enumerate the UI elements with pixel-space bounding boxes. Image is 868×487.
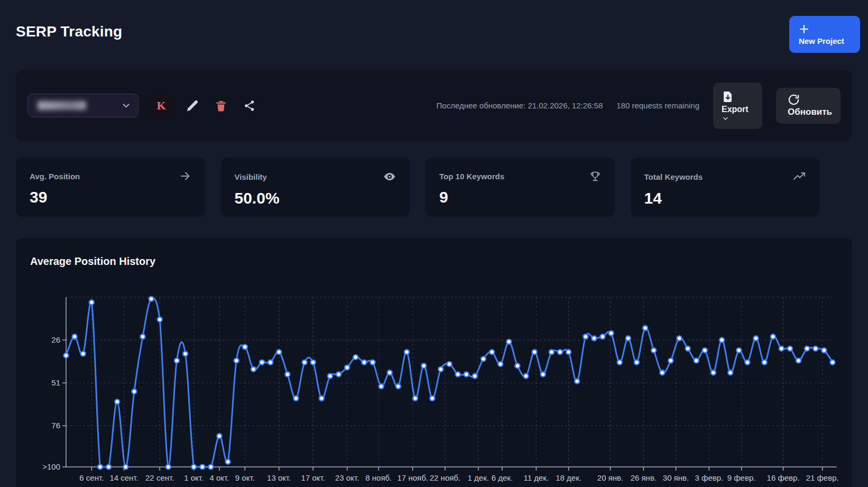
plus-icon	[799, 24, 860, 34]
serp-tracking-page: SERP Tracking New Project K	[0, 0, 868, 487]
chevron-down-icon	[722, 115, 762, 122]
trophy-icon	[589, 170, 601, 182]
stats-row: Avg. Position 39 Visibility 50.0%	[16, 158, 819, 217]
stat-card-visibility: Visibility 50.0%	[221, 158, 410, 217]
project-select[interactable]	[27, 94, 138, 117]
svg-text:13 окт.: 13 окт.	[267, 473, 291, 482]
stat-label: Visibility	[235, 172, 267, 181]
stat-card-total-keywords: Total Keywords 14	[631, 158, 820, 217]
stat-card-avg-position: Avg. Position 39	[16, 158, 205, 217]
svg-text:1 дек.: 1 дек.	[468, 473, 489, 482]
svg-text:8 нояб.: 8 нояб.	[365, 473, 392, 482]
svg-text:20 янв.: 20 янв.	[597, 473, 623, 482]
svg-text:22 сент.: 22 сент.	[145, 473, 174, 482]
svg-text:26: 26	[51, 335, 60, 344]
stat-label: Avg. Position	[30, 172, 80, 181]
stat-label: Top 10 Keywords	[439, 172, 504, 181]
page-title: SERP Tracking	[16, 23, 122, 40]
refresh-icon	[788, 94, 841, 106]
requests-remaining-text: 180 requests remaining	[616, 101, 699, 110]
share-icon	[243, 99, 256, 112]
svg-text:18 дек.: 18 дек.	[556, 473, 581, 482]
share-project-button[interactable]	[241, 97, 258, 114]
svg-text:17 окт.: 17 окт.	[301, 473, 325, 482]
stat-value: 9	[439, 188, 601, 206]
svg-text:51: 51	[51, 378, 60, 387]
toolbar-right: Последнее обновление: 21.02.2026, 12:26:…	[437, 82, 841, 129]
stat-value: 39	[30, 188, 191, 206]
toolbar-panel: K	[16, 70, 852, 141]
stat-value: 50.0%	[235, 189, 396, 207]
delete-project-button[interactable]	[213, 97, 229, 114]
svg-text:14 сент.: 14 сент.	[109, 473, 138, 482]
refresh-label: Обновить	[788, 107, 841, 117]
trash-icon	[215, 99, 227, 112]
stat-value: 14	[644, 189, 806, 207]
pencil-icon	[186, 99, 199, 112]
svg-text:23 окт.: 23 окт.	[335, 473, 359, 482]
svg-text:9 окт.: 9 окт.	[235, 473, 255, 482]
svg-text:30 янв.: 30 янв.	[663, 473, 689, 482]
svg-text:26 янв.: 26 янв.	[631, 473, 657, 482]
svg-text:22 нояб.: 22 нояб.	[430, 473, 460, 482]
chart-title: Average Position History	[30, 255, 155, 268]
stat-label: Total Keywords	[644, 172, 703, 181]
stat-card-top10-keywords: Top 10 Keywords 9	[426, 158, 615, 217]
svg-text:17 нояб.: 17 нояб.	[398, 473, 428, 482]
eye-icon	[383, 170, 396, 183]
file-download-icon	[722, 90, 762, 103]
svg-text:1 окт.: 1 окт.	[184, 473, 204, 482]
svg-text:6 сент.: 6 сент.	[79, 473, 104, 482]
svg-text:3 февр.: 3 февр.	[695, 473, 724, 482]
avg-position-history-chart: 265176>1006 сент.14 сент.22 сент.1 окт.4…	[16, 280, 852, 487]
svg-text:76: 76	[51, 421, 60, 430]
project-select-value-redacted	[38, 101, 86, 110]
svg-text:>100: >100	[42, 462, 60, 471]
svg-text:21 февр.: 21 февр.	[806, 473, 839, 482]
refresh-button[interactable]: Обновить	[776, 88, 841, 124]
svg-text:9 февр.: 9 февр.	[727, 473, 756, 482]
last-update-text: Последнее обновление: 21.02.2026, 12:26:…	[437, 101, 603, 110]
svg-text:4 окт.: 4 окт.	[210, 473, 229, 482]
edit-project-button[interactable]	[184, 97, 201, 114]
export-button[interactable]: Export	[713, 82, 762, 129]
new-project-label: New Project	[799, 36, 860, 45]
chevron-down-icon	[122, 101, 131, 110]
svg-text:11 дек.: 11 дек.	[524, 473, 549, 482]
project-engine-badge[interactable]: K	[150, 94, 172, 117]
arrow-right-icon	[180, 170, 191, 182]
toolbar-left: K	[27, 94, 258, 117]
new-project-button[interactable]: New Project	[789, 16, 860, 53]
export-label: Export	[722, 105, 762, 114]
trending-up-icon	[793, 170, 806, 183]
svg-text:6 дек.: 6 дек.	[492, 473, 513, 482]
svg-text:16 февр.: 16 февр.	[767, 473, 800, 482]
avg-position-history-panel: Average Position History 265176>1006 сен…	[16, 238, 852, 487]
